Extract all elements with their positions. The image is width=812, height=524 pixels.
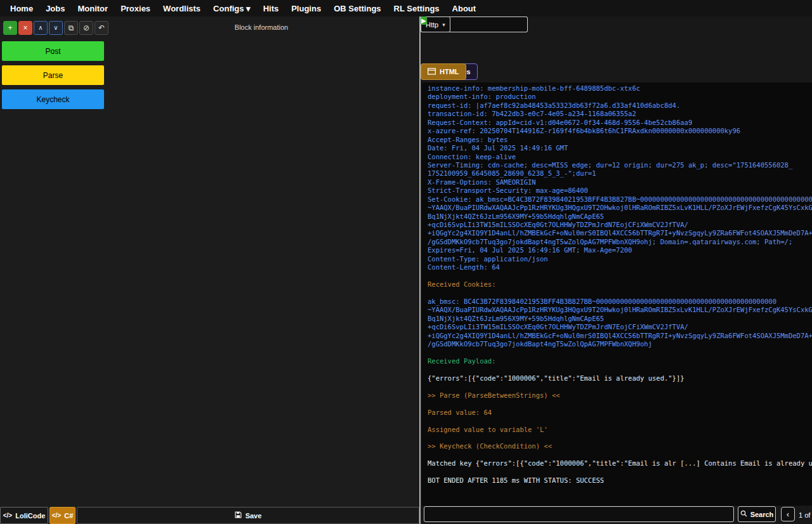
log-output[interactable]: instance-info: membership-mobile-bff-648… [422,82,812,506]
log-line: +iQGgYc2g4XIQ9Y1D4anLl/hZMBEkGcF+oNul0mr… [428,229,812,237]
log-search-input[interactable] [424,506,734,522]
log-line [428,417,812,425]
log-line: ~YAAQX/BuaPIURdwXAQAAJcPp1RzHRYKUg3HQgxU… [428,306,812,314]
nav-item[interactable]: Plugins [285,4,327,13]
match-position-label: 1 of [799,511,810,519]
stacker-footer: </> LoliCode </> C# Save [0,507,419,524]
log-line: Date: Fri, 04 Jul 2025 14:49:16 GMT [428,144,812,152]
chevron-left-icon: ‹ [787,509,789,519]
nav-item[interactable]: Hits [257,4,285,13]
log-line: ~YAAQX/BuaPIURdwXAQAAJcPp1RzHRYKUg3HQgxU… [428,204,812,212]
search-button-label: Search [750,511,774,518]
move-block-up-button[interactable]: ∧ [34,21,48,35]
remove-block-button[interactable]: × [18,21,32,35]
save-button[interactable]: Save [77,507,419,524]
log-line: Accept-Ranges: bytes [428,136,812,144]
nav-item[interactable]: Monitor [71,4,114,13]
lolicode-button[interactable]: </> LoliCode [0,507,48,524]
debugger-panel: SBS Data Wordlist Type Credentials ▾ P P… [421,16,812,524]
log-line: Parsed value: 64 [428,409,812,417]
nav-item[interactable]: Wordlists [157,4,207,13]
log-line: {"errors":[{"code":"1000006","title":"Em… [428,374,812,383]
html-window-icon [428,68,436,76]
log-line: transaction-id: 7b422db3-e0c7-4e05-a234-… [428,110,812,118]
save-floppy-icon [235,511,242,520]
log-line [428,349,812,357]
log-line [428,272,812,280]
lolicode-label: LoliCode [15,512,45,520]
nav-item[interactable]: Home [4,4,39,13]
log-line: X-Frame-Options: SAMEORIGIN [428,178,812,187]
add-block-button[interactable]: + [3,21,17,35]
log-line: +qcDi6SvpLIi3TW15mILSSOcXEq0Gt7OLHHWyTDZ… [428,323,812,331]
log-line: Content-Length: 64 [428,263,812,272]
log-line: BOT ENDED AFTER 1185 ms WITH STATUS: SUC… [428,476,812,485]
stack-block[interactable]: Keycheck [2,89,104,109]
chevron-down-icon: ∨ [53,25,58,31]
log-line: Connection: keep-alive [428,153,812,161]
log-line: Content-Type: application/json [428,255,812,263]
log-line: >> Keycheck (CheckCondition) << [428,442,812,450]
code-icon: </> [52,512,61,519]
top-nav: Home Jobs Monitor Proxies Wordlists Conf… [0,0,812,16]
log-line: Request-Context: appId=cid-v1:d04e0672-0… [428,119,812,127]
log-line: Strict-Transport-Security: max-age=86400 [428,187,812,195]
log-line: Assigned value to variable 'L' [428,426,812,434]
csharp-label: C# [64,512,73,520]
block-information-title: Block information [105,23,418,31]
stacker-panel: + × ∧ ∨ ⧉ ⊘ ↶ Block information Post Par… [0,16,419,524]
log-line: ak_bmsc: BC4C3B72F83984021953BFF4B3B827B… [428,298,812,306]
stack-block[interactable]: Post [2,41,104,61]
log-line: +iQGgYc2g4XIQ9Y1D4anLl/hZMBEkGcF+oNul0mr… [428,332,812,340]
chevron-up-icon: ∧ [38,25,43,31]
log-line: deployment-info: production [428,93,812,101]
log-line: +qcDi6SvpLIi3TW15mILSSOcXEq0Gt7OLHHWyTDZ… [428,221,812,229]
stacker-toolbar: + × ∧ ∨ ⧉ ⊘ ↶ [3,21,108,35]
log-line: Bq1NjXjkt4QZt6JzLm956X9MY+59b5HdqhlgNmCA… [428,213,812,221]
search-button[interactable]: Search [738,506,776,522]
block-stack: Post Parse Keycheck [2,41,104,109]
log-line: x-azure-ref: 20250704T144916Z-r169f4f6b4… [428,127,812,135]
log-line: instance-info: membership-mobile-bff-648… [428,84,812,93]
log-line: >> Parse (ParseBetweenStrings) << [428,391,812,400]
move-block-down-button[interactable]: ∨ [49,21,63,35]
start-debugger-button[interactable]: ▶ [421,16,427,25]
stack-block[interactable]: Parse [2,65,104,85]
play-icon: ▶ [421,17,426,24]
log-line: Bq1NjXjkt4QZt6JzLm956X9MY+59b5HdqhlgNmCA… [428,315,812,323]
log-line: Matched key {"errors":[{"code":"1000006"… [428,459,812,468]
disable-icon: ⊘ [83,24,89,32]
log-line [428,383,812,391]
nav-item[interactable]: About [446,4,483,13]
nav-item[interactable]: Configs ▾ [207,4,257,13]
tab-html[interactable]: HTML [421,63,466,80]
caret-down-icon: ▾ [442,22,445,28]
clone-block-button[interactable]: ⧉ [64,21,78,35]
log-line: 1752100959_6645085_28690_6238_5_3_-";dur… [428,169,812,178]
clone-icon: ⧉ [69,24,74,32]
log-line [428,434,812,442]
log-line: Server-Timing: cdn-cache; desc=MISS edge… [428,161,812,169]
previous-match-button[interactable]: ‹ [781,507,795,521]
save-label: Save [246,512,262,520]
close-icon: × [23,24,27,32]
code-icon: </> [3,512,12,519]
undo-icon: ↶ [98,24,105,32]
nav-item[interactable]: RL Settings [388,4,446,13]
nav-item[interactable]: Jobs [39,4,71,13]
log-line [428,400,812,408]
search-icon [740,510,747,518]
log-line: Expires=Fri, 04 Jul 2025 16:49:16 GMT; M… [428,246,812,254]
log-line: /gGSdDMKkO9cb7Tuq3go7jokdBapt4ngT5wZolQp… [428,340,812,348]
log-line: Received Cookies: [428,280,812,289]
log-line: Set-Cookie: ak_bmsc=BC4C3B72F83984021953… [428,195,812,204]
log-line: request-id: |af7aef8c92ab48453a53323db63… [428,102,812,110]
csharp-button[interactable]: </> C# [49,507,75,524]
log-line [428,365,812,374]
nav-item[interactable]: OB Settings [327,4,387,13]
log-line [428,289,812,298]
disable-block-button[interactable]: ⊘ [79,21,93,35]
nav-item[interactable]: Proxies [114,4,157,13]
tab-html-label: HTML [440,68,459,75]
log-line [428,468,812,476]
